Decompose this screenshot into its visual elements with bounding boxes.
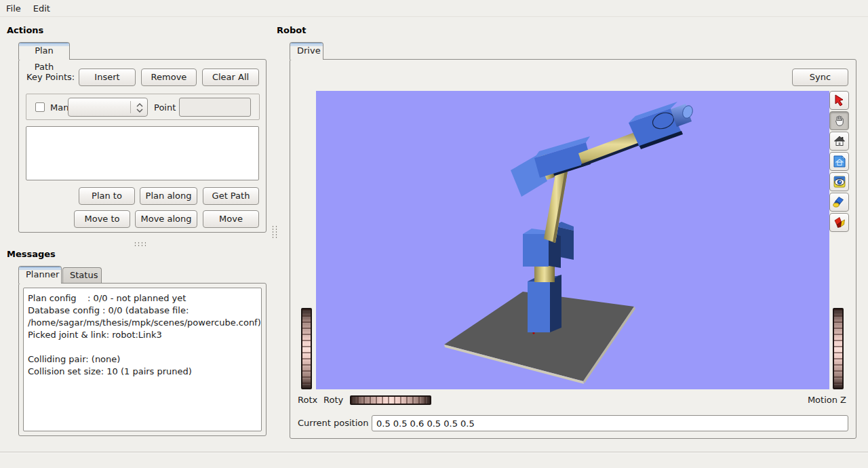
message-line: Picked joint & link: robot:Link3	[28, 329, 257, 341]
move-along-button[interactable]: Move along	[135, 210, 197, 228]
camera-type-button[interactable]	[829, 213, 849, 232]
splitter-handle-vertical[interactable]	[271, 225, 278, 239]
set-home-view-button[interactable]	[829, 152, 849, 171]
pick-arrow-icon	[833, 94, 846, 107]
key-points-listbox[interactable]	[26, 126, 259, 180]
message-line: /home/sagar/ms/thesis/mpk/scenes/powercu…	[28, 317, 257, 329]
message-line	[28, 341, 257, 353]
move-button[interactable]: Move	[203, 210, 259, 228]
planner-message-area[interactable]: Plan config : 0/0 - not planned yet Data…	[23, 288, 262, 431]
3d-viewport[interactable]	[316, 91, 829, 389]
tab-status[interactable]: Status	[62, 267, 102, 284]
get-path-button[interactable]: Get Path	[203, 187, 259, 205]
point-field[interactable]	[179, 98, 251, 117]
sync-button[interactable]: Sync	[792, 69, 848, 86]
home-icon	[833, 134, 846, 148]
plan-along-button[interactable]: Plan along	[140, 187, 197, 205]
plan-path-panel: Key Points: Insert Remove Clear All Manu…	[18, 59, 267, 233]
motion-z-thumbwheel[interactable]	[833, 308, 844, 389]
manual-checkbox[interactable]	[35, 102, 45, 112]
status-bar	[0, 452, 868, 468]
splitter-handle-horizontal[interactable]	[134, 241, 146, 246]
drive-panel: Sync	[290, 59, 856, 439]
messages-label: Messages	[7, 249, 56, 259]
robot-arm-render	[316, 91, 829, 389]
insert-button[interactable]: Insert	[79, 69, 136, 86]
set-home-icon	[833, 155, 846, 168]
flashlight-icon	[833, 195, 846, 209]
point-label: Point	[154, 94, 176, 121]
home-view-button[interactable]	[829, 132, 849, 151]
seek-button[interactable]	[829, 193, 849, 212]
pick-arrow-button[interactable]	[829, 91, 849, 110]
rot-thumbwheel[interactable]	[350, 395, 431, 405]
motion-x-thumbwheel[interactable]	[301, 308, 312, 389]
message-line: Database config : 0/0 (database file:	[28, 305, 257, 317]
current-position-label: Current position	[298, 418, 368, 428]
move-to-button[interactable]: Move to	[74, 210, 130, 228]
rotx-label: Rotx	[298, 395, 317, 405]
menu-bar: File Edit	[0, 0, 868, 17]
view-all-button[interactable]	[829, 172, 849, 191]
combo-separator	[130, 101, 131, 113]
manual-frame: Manual: Point	[26, 94, 260, 120]
tab-planner[interactable]: Planner	[18, 266, 62, 284]
robot-label: Robot	[277, 25, 306, 35]
menu-file[interactable]: File	[0, 1, 27, 16]
menu-edit[interactable]: Edit	[27, 1, 56, 16]
view-all-eye-icon	[833, 175, 846, 189]
message-line: Collision set size: 10 (1 pairs pruned)	[28, 366, 257, 378]
message-line: Colliding pair: (none)	[28, 353, 257, 366]
current-position-field[interactable]	[372, 415, 848, 431]
spinner-arrows-icon[interactable]	[135, 101, 144, 115]
motion-z-label: Motion Z	[808, 395, 846, 405]
clear-all-button[interactable]: Clear All	[202, 69, 259, 86]
tab-drive[interactable]: Drive	[290, 42, 323, 60]
roty-label: Roty	[323, 395, 343, 405]
camera-type-box-icon	[833, 216, 846, 229]
manual-combobox[interactable]	[68, 98, 148, 117]
messages-panel: Plan config : 0/0 - not planned yet Data…	[18, 283, 267, 436]
pan-hand-button[interactable]	[829, 111, 849, 130]
remove-button[interactable]: Remove	[141, 69, 197, 86]
actions-label: Actions	[7, 25, 43, 35]
message-line: Plan config : 0/0 - not planned yet	[28, 292, 257, 305]
plan-to-button[interactable]: Plan to	[79, 187, 135, 205]
pan-hand-icon	[833, 114, 846, 128]
tab-plan-path[interactable]: Plan Path	[18, 42, 70, 60]
